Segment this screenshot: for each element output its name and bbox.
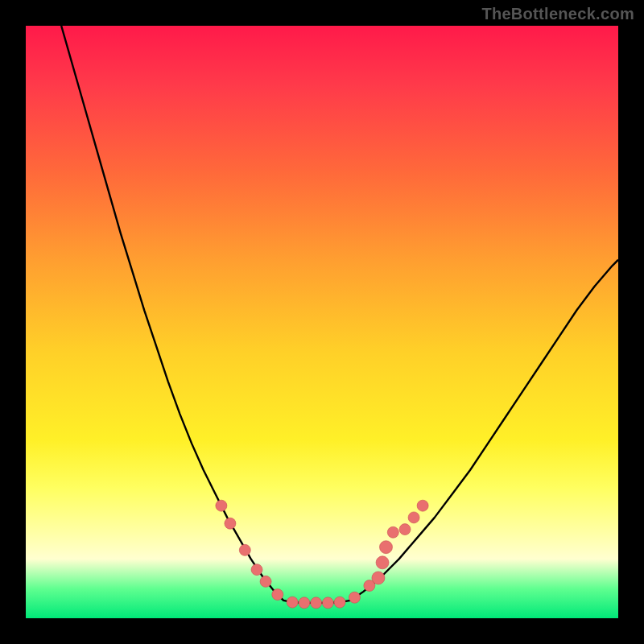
- data-marker: [349, 592, 360, 603]
- data-marker: [408, 512, 419, 523]
- data-marker: [376, 556, 389, 569]
- bottleneck-curve: [61, 26, 618, 603]
- data-marker: [225, 518, 236, 529]
- plot-area: [26, 26, 618, 618]
- data-marker: [287, 597, 298, 608]
- data-marker: [334, 597, 345, 608]
- chart-container: TheBottleneck.com: [0, 0, 644, 644]
- data-marker: [239, 544, 250, 555]
- data-marker: [322, 597, 333, 609]
- data-marker: [299, 597, 310, 609]
- data-marker: [216, 500, 227, 511]
- data-marker: [387, 526, 398, 538]
- data-marker: [260, 576, 271, 587]
- data-marker: [399, 524, 411, 535]
- data-marker: [372, 572, 385, 584]
- data-marker: [417, 500, 428, 511]
- chart-svg: [26, 26, 618, 618]
- data-marker: [311, 597, 322, 609]
- marker-group: [216, 500, 428, 609]
- curve-group: [61, 26, 618, 603]
- data-marker: [364, 580, 375, 592]
- data-marker: [251, 564, 262, 576]
- watermark-text: TheBottleneck.com: [481, 5, 634, 23]
- data-marker: [379, 541, 392, 554]
- data-marker: [272, 589, 283, 601]
